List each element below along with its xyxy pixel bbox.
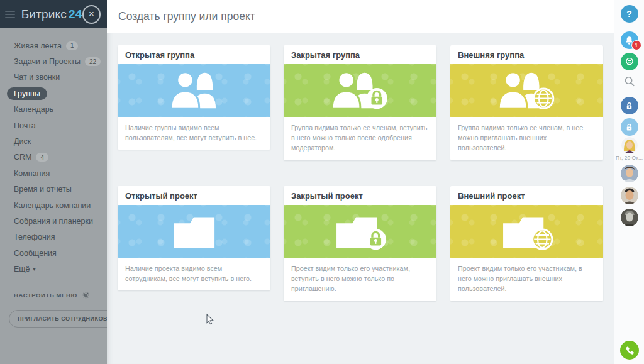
sidebar-item-drive[interactable]: Диск bbox=[0, 133, 107, 149]
question-icon: ? bbox=[626, 9, 632, 19]
card-open-project[interactable]: Открытый проект Наличие проекта видимо в… bbox=[118, 186, 270, 290]
counter-badge: 1 bbox=[66, 41, 79, 50]
chat-bubble-icon bbox=[625, 57, 635, 67]
open-group-banner bbox=[118, 64, 270, 117]
card-closed-project[interactable]: Закрытый проект Проект видим только его … bbox=[284, 186, 436, 301]
user-avatar-image bbox=[621, 165, 638, 182]
hamburger-menu-icon[interactable] bbox=[5, 11, 15, 18]
card-description: Группа видима только ее членам, вступить… bbox=[284, 117, 436, 160]
sidebar-item-more[interactable]: Ещё▾ bbox=[0, 261, 107, 277]
card-title: Закрытый проект bbox=[284, 186, 436, 205]
left-sidebar: Битрикс24 × Живая лента1 Задачи и Проект… bbox=[0, 0, 107, 364]
lock-icon bbox=[625, 123, 634, 132]
card-description: Группа видима только ее членам, в нее мо… bbox=[450, 117, 603, 160]
section-divider bbox=[118, 175, 603, 175]
card-title: Открытая группа bbox=[118, 45, 270, 64]
sidebar-item-tasks[interactable]: Задачи и Проекты22 bbox=[0, 53, 107, 69]
card-description: Наличие проекта видимо всем сотрудникам,… bbox=[118, 258, 270, 290]
card-title: Закрытая группа bbox=[284, 45, 436, 64]
card-title: Открытый проект bbox=[118, 186, 270, 205]
avatar[interactable] bbox=[621, 187, 638, 204]
app-logo: Битрикс24 bbox=[21, 8, 82, 21]
sidebar-item-company[interactable]: Компания bbox=[0, 165, 107, 181]
chat-button[interactable] bbox=[621, 53, 638, 70]
page-header: Создать группу или проект bbox=[107, 0, 614, 33]
globe-badge-icon bbox=[532, 229, 552, 249]
privacy-lock-button[interactable] bbox=[621, 118, 638, 136]
lock-icon bbox=[625, 101, 634, 111]
card-external-group[interactable]: Внешняя группа Группа видима только ее ч… bbox=[450, 45, 603, 160]
sidebar-item-groups[interactable]: Группы bbox=[0, 85, 107, 101]
sidebar-item-meetings[interactable]: Собрания и планерки bbox=[0, 213, 107, 229]
configure-menu-button[interactable]: НАСТРОИТЬ МЕНЮ bbox=[0, 287, 107, 304]
cartoon-avatar-image bbox=[621, 137, 638, 153]
call-button[interactable] bbox=[620, 341, 639, 360]
card-closed-group[interactable]: Закрытая группа Группа видима только ее … bbox=[284, 45, 436, 160]
security-lock-button[interactable] bbox=[621, 97, 638, 114]
mouse-cursor bbox=[204, 313, 214, 326]
gear-icon bbox=[82, 291, 90, 299]
counter-badge: 22 bbox=[85, 57, 101, 66]
external-group-banner bbox=[450, 64, 603, 117]
phone-icon bbox=[625, 345, 635, 355]
right-rail: ? 1 bbox=[614, 0, 644, 364]
main-content: Создать группу или проект Открытая групп… bbox=[107, 0, 614, 364]
avatar[interactable] bbox=[621, 137, 638, 153]
card-title: Внешний проект bbox=[450, 186, 603, 205]
notifications-button[interactable]: 1 bbox=[621, 31, 638, 49]
lock-badge-icon bbox=[365, 229, 386, 250]
lock-badge-icon bbox=[366, 88, 387, 109]
folder-icon bbox=[174, 218, 214, 248]
user-avatar-image bbox=[621, 209, 638, 226]
card-description: Проект видим только его участникам, в не… bbox=[450, 258, 603, 301]
avatar[interactable] bbox=[621, 165, 638, 182]
sidebar-item-calendar[interactable]: Календарь bbox=[0, 102, 107, 118]
globe-badge-icon bbox=[533, 89, 553, 108]
selected-item-pill: Группы bbox=[7, 87, 47, 100]
sidebar-header: Битрикс24 × bbox=[0, 0, 107, 28]
user-avatar-image bbox=[621, 187, 638, 204]
page-title: Создать группу или проект bbox=[118, 10, 255, 23]
closed-project-banner bbox=[284, 205, 436, 258]
sidebar-menu: Живая лента1 Задачи и Проекты22 Чат и зв… bbox=[0, 28, 107, 328]
search-icon bbox=[623, 75, 635, 87]
card-external-project[interactable]: Внешний проект Проект видим только его у… bbox=[450, 186, 603, 301]
counter-badge: 4 bbox=[36, 153, 48, 162]
help-button[interactable]: ? bbox=[621, 5, 638, 23]
sidebar-item-company-calendar[interactable]: Календарь компании bbox=[0, 197, 107, 213]
card-open-group[interactable]: Открытая группа Наличие группы видимо вс… bbox=[118, 45, 270, 150]
sidebar-item-live-feed[interactable]: Живая лента1 bbox=[0, 38, 107, 53]
open-project-banner bbox=[118, 205, 270, 258]
chevron-down-icon: ▾ bbox=[33, 267, 36, 272]
card-description: Наличие группы видимо всем пользователям… bbox=[118, 117, 270, 150]
sidebar-item-chat[interactable]: Чат и звонки bbox=[0, 70, 107, 85]
search-button[interactable] bbox=[623, 75, 635, 90]
sidebar-item-telephony[interactable]: Телефония bbox=[0, 229, 107, 245]
card-description: Проект видим только его участникам, всту… bbox=[284, 258, 436, 301]
sidebar-item-time-reports[interactable]: Время и отчеты bbox=[0, 182, 107, 197]
sidebar-item-mail[interactable]: Почта bbox=[0, 118, 107, 133]
close-icon[interactable]: × bbox=[82, 5, 101, 24]
avatar[interactable] bbox=[621, 209, 638, 226]
sidebar-item-crm[interactable]: CRM4 bbox=[0, 150, 107, 165]
card-title: Внешняя группа bbox=[450, 45, 603, 64]
date-label: Пт, 20 Ок... bbox=[616, 155, 643, 161]
closed-group-banner bbox=[284, 64, 436, 117]
sidebar-item-messages[interactable]: Сообщения bbox=[0, 245, 107, 261]
notification-count-badge: 1 bbox=[631, 40, 641, 50]
external-project-banner bbox=[450, 205, 603, 258]
people-icon bbox=[171, 72, 216, 108]
